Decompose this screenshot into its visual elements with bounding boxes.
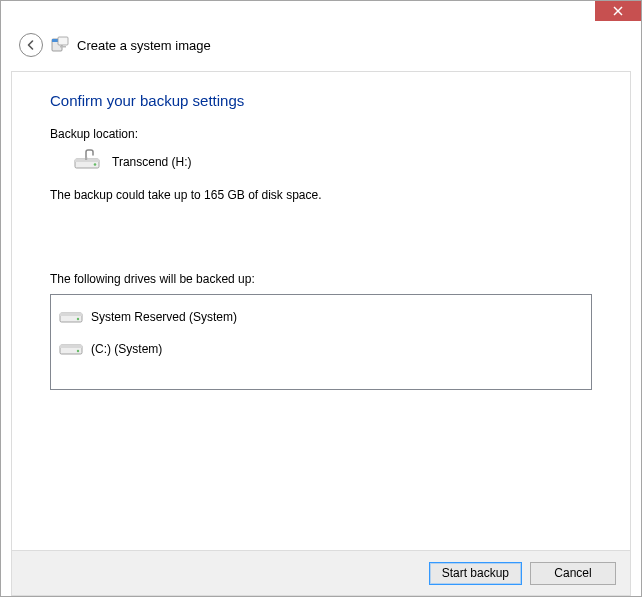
close-button[interactable] [595, 1, 641, 21]
wizard-header: Create a system image [1, 29, 641, 61]
svg-rect-14 [60, 345, 82, 348]
title-bar [1, 1, 641, 29]
backup-location-row: Transcend (H:) [74, 149, 592, 174]
wizard-footer: Start backup Cancel [11, 550, 631, 596]
dialog-window: Create a system image Confirm your backu… [0, 0, 642, 597]
cancel-button[interactable]: Cancel [530, 562, 616, 585]
backup-location-value: Transcend (H:) [112, 155, 192, 169]
wizard-title: Create a system image [77, 38, 211, 53]
disk-space-estimate: The backup could take up to 165 GB of di… [50, 188, 592, 202]
drive-usb-icon [74, 149, 102, 174]
content-wrapper: Confirm your backup settings Backup loca… [1, 61, 641, 596]
svg-rect-9 [85, 157, 87, 160]
svg-point-8 [94, 163, 97, 166]
svg-point-12 [77, 317, 79, 319]
svg-rect-11 [60, 313, 82, 316]
drives-list: System Reserved (System) (C:) (System) [50, 294, 592, 390]
page-title: Confirm your backup settings [50, 92, 592, 109]
svg-rect-5 [60, 46, 66, 48]
list-item: (C:) (System) [57, 333, 585, 365]
backup-location-label: Backup location: [50, 127, 592, 141]
drives-list-label: The following drives will be backed up: [50, 272, 592, 286]
svg-point-15 [77, 349, 79, 351]
svg-rect-4 [58, 37, 68, 45]
back-arrow-icon [25, 39, 37, 51]
drive-label: System Reserved (System) [91, 310, 237, 324]
list-item: System Reserved (System) [57, 301, 585, 333]
close-icon [613, 6, 623, 16]
drive-icon [59, 339, 83, 360]
back-button[interactable] [19, 33, 43, 57]
start-backup-button[interactable]: Start backup [429, 562, 522, 585]
drive-icon [59, 307, 83, 328]
system-image-icon [51, 36, 69, 54]
content-area: Confirm your backup settings Backup loca… [11, 71, 631, 550]
drive-label: (C:) (System) [91, 342, 162, 356]
